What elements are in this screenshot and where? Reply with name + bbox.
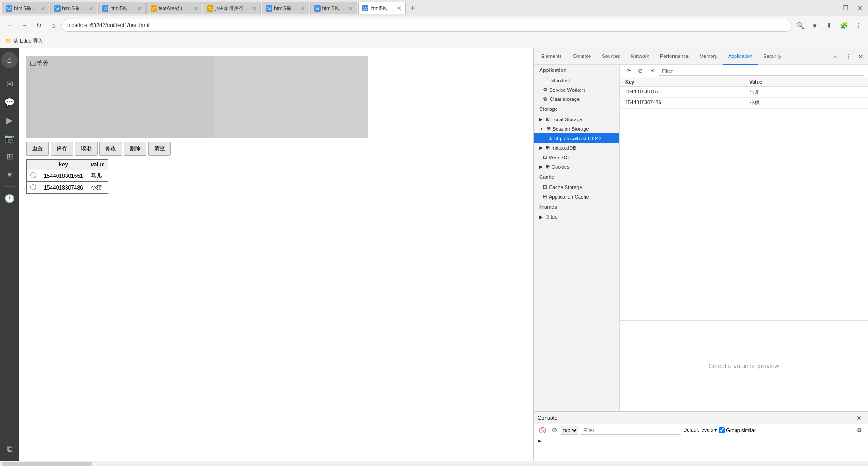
console-settings-button[interactable]: ⊘ bbox=[549, 425, 559, 435]
extensions-icon[interactable]: 🧩 bbox=[837, 19, 850, 32]
sidebar-apps-icon[interactable]: ⊞ bbox=[1, 148, 18, 165]
app-item-websql[interactable]: ⊞ Web SQL bbox=[534, 152, 619, 162]
reload-button[interactable]: ↻ bbox=[33, 19, 45, 32]
app-item-service-workers[interactable]: ⚙ Service Workers bbox=[534, 85, 619, 95]
app-cookies-header[interactable]: ▶ ⊞ Cookies bbox=[534, 162, 619, 171]
app-session-storage-header[interactable]: ▼ ⊞ Session Storage bbox=[534, 124, 619, 133]
toolbar-clear-button[interactable]: ✕ bbox=[647, 66, 657, 76]
read-button[interactable]: 读取 bbox=[75, 142, 98, 156]
delete-button[interactable]: 删除 bbox=[124, 142, 146, 156]
home-button[interactable]: ⌂ bbox=[47, 19, 60, 32]
console-context-select[interactable]: top bbox=[561, 426, 578, 435]
console-gear-button[interactable]: ⚙ bbox=[854, 425, 864, 435]
browser-tab-3[interactable]: WtextArea如何追加...✕ bbox=[146, 2, 202, 14]
storage-row-1[interactable]: 1544018307486小猫 bbox=[620, 98, 868, 109]
browser-tab-1[interactable]: Whtml5拖拽效果✕ bbox=[50, 2, 98, 14]
clear-button[interactable]: 清空 bbox=[148, 142, 171, 156]
sidebar-camera-icon[interactable]: 📷 bbox=[1, 130, 18, 147]
devtools-tab-memory[interactable]: Memory bbox=[694, 48, 723, 65]
modify-button[interactable]: 修改 bbox=[99, 142, 122, 156]
app-item-application-cache[interactable]: ⊞ Application Cache bbox=[534, 192, 619, 201]
download-icon[interactable]: ⬇ bbox=[823, 19, 835, 32]
back-button[interactable]: ← bbox=[4, 19, 16, 32]
app-item-clear-storage[interactable]: 🗑 Clear storage bbox=[534, 95, 619, 104]
browser-tab-2[interactable]: Whtml5拖拽效果✕ bbox=[98, 2, 146, 14]
sidebar-favorites-icon[interactable]: ♥ bbox=[1, 166, 18, 183]
devtools-tab-security[interactable]: Security bbox=[758, 48, 787, 65]
toolbar-refresh-button[interactable]: ⟳ bbox=[623, 66, 633, 76]
tab-close-icon[interactable]: ✕ bbox=[89, 5, 93, 12]
app-item-manifest[interactable]: 📄 Manifest bbox=[534, 76, 619, 85]
app-item-cache-storage[interactable]: ⊞ Cache Storage bbox=[534, 182, 619, 192]
sidebar-mail-icon[interactable]: ✉ bbox=[1, 76, 18, 92]
tab-close-icon[interactable]: ✕ bbox=[252, 5, 257, 12]
browser-tab-7[interactable]: Whtml5拖拽效果✕ bbox=[358, 2, 406, 14]
session-storage-label: Session Storage bbox=[552, 126, 589, 132]
sidebar-split-icon[interactable]: ⧉ bbox=[1, 441, 18, 457]
browser-tab-4[interactable]: Wjs中如何换行_百度...✕ bbox=[203, 2, 261, 14]
sidebar-home-icon[interactable]: ⌂ bbox=[1, 52, 18, 68]
minimize-button[interactable]: — bbox=[825, 2, 837, 14]
settings-icon[interactable]: ⋮ bbox=[852, 19, 864, 32]
browser-tab-0[interactable]: Whtml5拖拽效果✕ bbox=[2, 2, 49, 14]
star-icon[interactable]: ★ bbox=[808, 19, 821, 32]
tab-favicon: W bbox=[207, 5, 213, 12]
sidebar-send-icon[interactable]: ▶ bbox=[1, 112, 18, 128]
app-indexeddb-header[interactable]: ▶ ⊞ IndexedDB bbox=[534, 143, 619, 152]
console-close-button[interactable]: ✕ bbox=[854, 413, 864, 423]
row-radio-1[interactable] bbox=[30, 184, 36, 190]
close-window-button[interactable]: ✕ bbox=[854, 2, 866, 14]
url-box[interactable]: localhost:63342/untitled1/test.html bbox=[61, 19, 792, 32]
app-frames-top-header[interactable]: ▶ □ top bbox=[534, 212, 619, 221]
devtools-tab-console[interactable]: Console bbox=[567, 48, 596, 65]
restore-button[interactable]: ❐ bbox=[839, 2, 852, 14]
sidebar-chat-icon[interactable]: 💬 bbox=[1, 94, 18, 110]
devtools-tab-sources[interactable]: Sources bbox=[596, 48, 625, 65]
console-body: 🚫 ⊘ top Default levels ▾ Group similar ⚙ bbox=[534, 424, 868, 461]
tab-close-icon[interactable]: ✕ bbox=[137, 5, 142, 12]
cache-storage-grid-icon: ⊞ bbox=[543, 184, 547, 190]
forward-button[interactable]: → bbox=[18, 19, 31, 32]
storage-row-key-1: 1544018307486 bbox=[620, 98, 744, 108]
devtools-tab-application[interactable]: Application bbox=[723, 48, 758, 65]
console-clear-button[interactable]: 🚫 bbox=[538, 425, 547, 435]
indexeddb-label: IndexedDB bbox=[552, 145, 576, 151]
browser-tab-5[interactable]: Whtml5拖拽效果✕ bbox=[262, 2, 309, 14]
app-local-storage-header[interactable]: ▶ ⊞ Local Storage bbox=[534, 114, 619, 124]
tab-close-icon[interactable]: ✕ bbox=[193, 5, 198, 12]
save-button[interactable]: 保存 bbox=[51, 142, 73, 156]
tab-close-icon[interactable]: ✕ bbox=[41, 5, 45, 12]
app-item-localhost[interactable]: ⊞ http://localhost:63342 bbox=[534, 133, 619, 143]
storage-row-0[interactable]: 1544018301551马儿 bbox=[620, 87, 868, 98]
bookmark-edge-import[interactable]: 📁 从 Edge 导入 bbox=[4, 37, 45, 45]
storage-header-value: Value bbox=[744, 77, 868, 86]
tab-label: html5拖拽效果 bbox=[370, 5, 393, 12]
reset-button[interactable]: 重置 bbox=[26, 142, 49, 156]
tab-close-icon[interactable]: ✕ bbox=[301, 5, 305, 12]
toolbar-cancel-button[interactable]: ⊘ bbox=[635, 66, 645, 76]
search-icon[interactable]: 🔍 bbox=[794, 19, 807, 32]
row-value-1: 小猫 bbox=[87, 182, 108, 194]
console-group-similar-checkbox[interactable] bbox=[719, 427, 725, 433]
sidebar-history-icon[interactable]: 🕐 bbox=[1, 190, 18, 207]
horizontal-scrollbar[interactable] bbox=[2, 462, 92, 466]
tab-close-icon[interactable]: ✕ bbox=[349, 5, 353, 12]
console-levels-label[interactable]: Default levels ▾ bbox=[683, 427, 717, 433]
application-cache-grid-icon: ⊞ bbox=[543, 194, 547, 200]
table-header-key: key bbox=[40, 160, 87, 170]
row-radio-0[interactable] bbox=[30, 172, 36, 178]
filter-input[interactable] bbox=[659, 67, 864, 76]
devtools-tab-performance[interactable]: Performance bbox=[655, 48, 694, 65]
devtools-more-tabs-button[interactable]: » bbox=[830, 51, 841, 62]
devtools-customize-button[interactable]: ⋮ bbox=[843, 51, 854, 62]
devtools-tab-elements[interactable]: Elements bbox=[536, 48, 567, 65]
devtools-close-button[interactable]: ✕ bbox=[855, 51, 866, 62]
console-filter-input[interactable] bbox=[580, 426, 681, 435]
devtools-tab-network[interactable]: Network bbox=[626, 48, 655, 65]
indexeddb-chevron-icon: ▶ bbox=[539, 145, 543, 150]
tab-close-icon[interactable]: ✕ bbox=[397, 5, 401, 11]
application-cache-label: Application Cache bbox=[549, 194, 589, 200]
browser-tab-6[interactable]: Whtml5拖拽效果✕ bbox=[310, 2, 358, 14]
console-section: Console ✕ 🚫 ⊘ top Default levels ▾ Group… bbox=[534, 411, 868, 461]
new-tab-button[interactable]: + bbox=[406, 2, 419, 14]
